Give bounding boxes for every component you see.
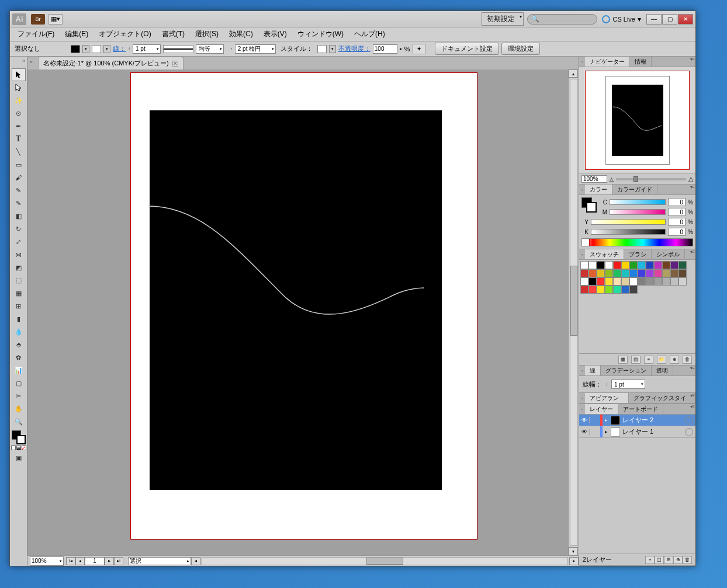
swatch-cell[interactable] [670, 261, 678, 269]
swatch-cell[interactable] [654, 277, 662, 286]
eyedropper-tool[interactable]: 💧 [12, 325, 26, 338]
line-tool[interactable]: ╲ [12, 145, 26, 158]
minimize-button[interactable]: — [646, 14, 662, 25]
menu-help[interactable]: ヘルプ(H) [349, 27, 390, 41]
swatch-cell[interactable] [613, 269, 621, 277]
swatch-cell[interactable] [629, 261, 638, 269]
paintbrush-tool[interactable]: 🖌 [12, 171, 26, 184]
prev-artboard-button[interactable]: ◂ [75, 557, 85, 565]
swatch-cell[interactable] [605, 277, 613, 286]
layer-target-icon[interactable] [685, 416, 693, 425]
new-layer-icon[interactable]: ⊕ [673, 556, 683, 564]
blob-brush-tool[interactable]: ✎ [12, 197, 26, 210]
swatch-cell[interactable] [580, 277, 588, 286]
tab-appearance[interactable]: アピアランス [585, 393, 629, 403]
tab-stroke[interactable]: 線 [585, 366, 601, 375]
stroke-dropdown[interactable]: ▾ [103, 45, 110, 53]
opacity-input[interactable] [373, 44, 397, 54]
layer-expand-icon[interactable]: ▸ [603, 429, 610, 434]
swatch-cell[interactable] [629, 269, 638, 277]
menu-file[interactable]: ファイル(F) [12, 27, 60, 41]
swatch-cell[interactable] [646, 261, 654, 269]
swatch-cell[interactable] [597, 261, 605, 269]
color-fill-stroke[interactable] [581, 197, 597, 213]
navigator-preview[interactable] [585, 71, 690, 170]
style-swatch[interactable] [317, 45, 327, 53]
swatch-cell[interactable] [678, 261, 687, 269]
vertical-scrollbar[interactable]: ▴▾ [568, 69, 579, 555]
swatch-cell[interactable] [646, 269, 654, 277]
search-input[interactable]: 🔍 [527, 14, 597, 25]
stroke-weight-select[interactable]: 1 pt [133, 44, 161, 54]
cslive-button[interactable]: CS Live ▾ [602, 15, 641, 23]
status-mode-select[interactable]: 選択 [128, 557, 191, 565]
layer-row-1[interactable]: 👁 ▸ レイヤー 1 [579, 426, 695, 438]
swatch-cell[interactable] [621, 261, 629, 269]
tab-symbols[interactable]: シンボル [652, 249, 685, 259]
screen-mode-button[interactable]: ▣ [12, 451, 26, 464]
swatch-cell[interactable] [646, 277, 654, 286]
swatch-cell[interactable] [638, 261, 646, 269]
layer-visibility-icon[interactable]: 👁 [579, 429, 590, 435]
menu-select[interactable]: 選択(S) [190, 27, 224, 41]
swatch-cell[interactable] [613, 277, 621, 286]
fill-dropdown[interactable]: ▾ [82, 45, 89, 53]
layer-row-2[interactable]: 👁 ▸ レイヤー 2 [579, 415, 695, 426]
swatch-cell[interactable] [678, 269, 687, 277]
swatch-cell[interactable] [662, 277, 670, 286]
tab-artboards[interactable]: アートボード [618, 404, 663, 414]
menu-edit[interactable]: 編集(E) [60, 27, 94, 41]
swatch-cell[interactable] [580, 286, 588, 294]
preferences-button[interactable]: 環境設定 [501, 43, 540, 55]
layer-visibility-icon[interactable]: 👁 [579, 417, 590, 423]
swatch-cell[interactable] [605, 269, 613, 277]
close-tab-icon[interactable]: ✕ [172, 61, 178, 67]
tab-navigator[interactable]: ナビゲーター [585, 57, 630, 67]
delete-swatch-icon[interactable]: 🗑 [683, 356, 692, 364]
blend-tool[interactable]: ⬘ [12, 338, 26, 351]
next-artboard-button[interactable]: ▸ [105, 557, 114, 565]
nav-zoom-out-icon[interactable]: △ [610, 176, 614, 182]
hscroll-right-button[interactable]: ▸ [569, 557, 579, 565]
width-profile-select[interactable]: 均等 [196, 44, 224, 54]
menu-effect[interactable]: 効果(C) [224, 27, 258, 41]
last-artboard-button[interactable]: ▸I [114, 557, 123, 565]
nav-zoom-in-icon[interactable]: △ [688, 175, 693, 183]
opacity-link[interactable]: 不透明度： [338, 44, 371, 53]
delete-layer-icon[interactable]: 🗑 [683, 556, 692, 564]
type-tool[interactable]: T [12, 133, 26, 145]
artboard-tool[interactable]: ▢ [12, 377, 26, 389]
stroke-width-select[interactable]: 1 pt [611, 380, 645, 389]
black-slider[interactable] [591, 229, 666, 235]
tab-transparency[interactable]: 透明 [652, 366, 673, 375]
swatch-cell[interactable] [605, 261, 613, 269]
make-clipping-icon[interactable]: ◫ [655, 556, 664, 564]
layer-name-label[interactable]: レイヤー 1 [621, 427, 685, 436]
yellow-input[interactable] [668, 218, 686, 226]
tab-swatches[interactable]: スウォッチ [585, 249, 624, 259]
swatch-cell[interactable] [670, 277, 678, 286]
swatch-library-icon[interactable]: ▦ [618, 356, 628, 364]
layer-name-label[interactable]: レイヤー 2 [621, 416, 685, 425]
swatch-cell[interactable] [580, 269, 588, 277]
swatch-cell[interactable] [621, 269, 629, 277]
close-button[interactable]: ✕ [678, 14, 693, 25]
zoom-tool[interactable]: 🔍 [12, 415, 26, 428]
cyan-input[interactable] [668, 198, 686, 206]
swatch-cell[interactable] [613, 286, 621, 294]
spectrum-bar[interactable] [581, 238, 693, 246]
swatch-cell[interactable] [629, 277, 638, 286]
black-input[interactable] [668, 228, 686, 236]
swatch-cell[interactable] [605, 286, 613, 294]
swatch-kind-icon[interactable]: ▤ [631, 356, 641, 364]
free-transform-tool[interactable]: ◩ [12, 261, 26, 274]
hand-tool[interactable]: ✋ [12, 402, 26, 415]
swatch-cell[interactable] [621, 286, 629, 294]
stroke-swatch[interactable] [92, 45, 101, 53]
swatch-cell[interactable] [621, 277, 629, 286]
slice-tool[interactable]: ✂ [12, 389, 26, 402]
swatch-cell[interactable] [678, 277, 687, 286]
new-swatch-icon[interactable]: ⊕ [670, 356, 679, 364]
swatch-cell[interactable] [629, 286, 638, 294]
swatch-cell[interactable] [588, 286, 597, 294]
